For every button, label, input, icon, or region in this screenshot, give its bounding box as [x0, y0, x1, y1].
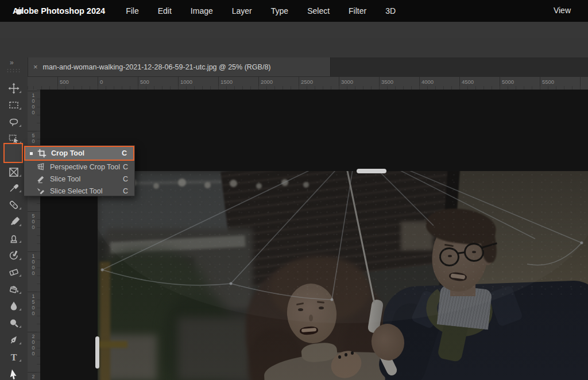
paint-bucket-tool[interactable]	[2, 281, 25, 297]
spot-healing-brush-tool[interactable]	[2, 197, 25, 212]
flyout-item-shortcut: C	[123, 163, 128, 171]
menu-file[interactable]: File	[126, 6, 139, 15]
tool-options-bar: Ratio px/in Clear Straighten Delete Crop…	[0, 38, 588, 58]
expand-tools-panel-button[interactable]: »	[10, 59, 13, 67]
slice-tool-icon	[36, 175, 45, 184]
flyout-item-shortcut: C	[123, 175, 128, 183]
document-tab-title: man-and-woman-walking-2021-12-28-06-59-2…	[43, 63, 271, 71]
menu-view[interactable]: View	[554, 6, 571, 15]
eyedropper-tool[interactable]	[2, 180, 25, 195]
window-title-bar: Adobe Photoshop 2024	[0, 22, 588, 38]
clone-stamp-tool[interactable]	[2, 230, 25, 246]
macos-menu-bar: Adobe Photoshop 2024 File Edit Image Lay…	[0, 0, 588, 22]
slice-select-tool-icon	[36, 187, 45, 196]
flyout-item-label: Perspective Crop Tool	[50, 163, 120, 171]
menu-app-name[interactable]: Adobe Photoshop 2024	[13, 6, 105, 15]
photo-dim-overlay	[98, 171, 588, 380]
menu-layer[interactable]: Layer	[232, 6, 252, 15]
svg-text:T: T	[11, 352, 17, 362]
perspective-crop-tool-icon	[36, 162, 45, 172]
eraser-tool[interactable]	[2, 264, 25, 280]
vertical-ruler: 1000 500 500 1000 1500 2000 2	[28, 90, 41, 380]
frame-tool[interactable]	[2, 164, 25, 180]
brush-tool[interactable]	[2, 214, 25, 229]
crop-handle-left[interactable]	[95, 336, 99, 369]
flyout-item-shortcut: C	[122, 149, 127, 157]
pen-tool[interactable]	[2, 332, 25, 347]
flyout-item-shortcut: C	[123, 187, 128, 195]
lasso-tool[interactable]	[2, 114, 25, 130]
photoshop-window: Adobe Photoshop 2024 File Edit Image Lay…	[0, 0, 588, 380]
blur-tool[interactable]	[2, 298, 25, 313]
menu-edit[interactable]: Edit	[158, 6, 172, 15]
flyout-item-slice-select-tool[interactable]: Slice Select Tool C	[24, 185, 134, 197]
flyout-item-label: Slice Tool	[50, 175, 80, 183]
flyout-item-crop-tool[interactable]: Crop Tool C	[24, 146, 134, 161]
menu-type[interactable]: Type	[271, 6, 288, 15]
close-tab-icon[interactable]: ×	[33, 63, 38, 71]
horizontal-ruler: 500 0 500 1000 1500 2000 2500 3000 3500 …	[28, 77, 588, 90]
menu-filter[interactable]: Filter	[349, 6, 366, 15]
selected-tool-bullet	[30, 152, 33, 155]
move-tool[interactable]	[2, 80, 25, 96]
flyout-item-label: Crop Tool	[51, 149, 84, 157]
tools-panel-grip[interactable]	[6, 68, 21, 72]
document-tab[interactable]: × man-and-woman-walking-2021-12-28-06-59…	[28, 57, 331, 76]
path-selection-tool[interactable]	[2, 366, 25, 380]
menu-select[interactable]: Select	[307, 6, 330, 15]
rectangular-marquee-tool[interactable]	[2, 97, 25, 113]
menu-image[interactable]: Image	[191, 6, 213, 15]
document-tab-strip: × man-and-woman-walking-2021-12-28-06-59…	[28, 57, 588, 77]
crop-tool-flyout-menu: Crop Tool C Perspective Crop Tool C Slic…	[24, 145, 135, 196]
type-tool[interactable]: T	[2, 349, 25, 365]
apple-icon[interactable]	[14, 6, 23, 15]
crop-tool-icon	[37, 149, 47, 158]
flyout-item-slice-tool[interactable]: Slice Tool C	[24, 173, 134, 185]
selected-tool-highlight	[3, 143, 23, 163]
history-brush-tool[interactable]	[2, 247, 25, 263]
crop-handle-top[interactable]	[357, 169, 386, 173]
dodge-tool[interactable]	[2, 315, 25, 331]
menu-3d[interactable]: 3D	[385, 6, 396, 15]
flyout-item-label: Slice Select Tool	[50, 187, 103, 195]
photo-document[interactable]	[98, 171, 588, 380]
flyout-item-perspective-crop-tool[interactable]: Perspective Crop Tool C	[24, 161, 134, 173]
